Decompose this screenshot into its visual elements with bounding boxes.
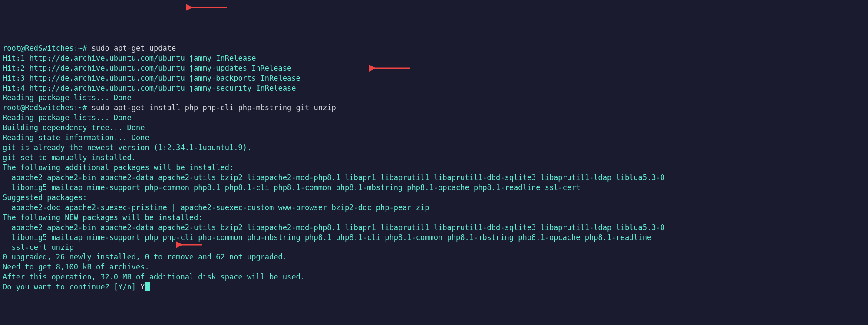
terminal-line: Hit:3 http://de.archive.ubuntu.com/ubunt… — [3, 73, 865, 83]
terminal-line: The following additional packages will b… — [3, 163, 865, 173]
user-input[interactable]: Y — [140, 282, 145, 291]
terminal-line: root@RedSwitches:~# sudo apt-get update — [3, 43, 865, 53]
shell-prompt: root@RedSwitches:~# — [3, 44, 87, 53]
terminal-line: apache2 apache2-bin apache2-data apache2… — [3, 173, 865, 183]
terminal-line: apache2 apache2-bin apache2-data apache2… — [3, 223, 865, 233]
terminal-line: ssl-cert unzip — [3, 243, 865, 253]
terminal-line: libonig5 mailcap mime-support php-common… — [3, 183, 865, 193]
terminal-line: git is already the newest version (1:2.3… — [3, 143, 865, 153]
terminal-line: Building dependency tree... Done — [3, 123, 865, 133]
shell-command: sudo apt-get install php php-cli php-mbs… — [87, 103, 336, 112]
terminal-output[interactable]: root@RedSwitches:~# sudo apt-get updateH… — [3, 43, 865, 292]
terminal-line: root@RedSwitches:~# sudo apt-get install… — [3, 103, 865, 113]
terminal-line: The following NEW packages will be insta… — [3, 213, 865, 223]
terminal-line: libonig5 mailcap mime-support php php-cl… — [3, 233, 865, 243]
terminal-line: Reading package lists... Done — [3, 93, 865, 103]
terminal-line: git set to manually installed. — [3, 153, 865, 163]
terminal-line: Reading package lists... Done — [3, 113, 865, 123]
terminal-line: Hit:1 http://de.archive.ubuntu.com/ubunt… — [3, 53, 865, 63]
terminal-line: Need to get 8,100 kB of archives. — [3, 262, 865, 272]
terminal-line: Hit:4 http://de.archive.ubuntu.com/ubunt… — [3, 83, 865, 93]
terminal-line: Suggested packages: — [3, 193, 865, 203]
shell-command: sudo apt-get update — [87, 44, 176, 53]
shell-prompt: root@RedSwitches:~# — [3, 103, 87, 112]
annotation-arrow — [186, 3, 228, 11]
terminal-line: 0 upgraded, 26 newly installed, 0 to rem… — [3, 252, 865, 262]
terminal-line: Hit:2 http://de.archive.ubuntu.com/ubunt… — [3, 63, 865, 73]
terminal-cursor — [145, 282, 150, 291]
terminal-line: Do you want to continue? [Y/n] Y — [3, 282, 865, 292]
terminal-line: Reading state information... Done — [3, 133, 865, 143]
prompt-question: Do you want to continue? [Y/n] — [3, 282, 140, 291]
terminal-line: After this operation, 32.0 MB of additio… — [3, 272, 865, 282]
terminal-line: apache2-doc apache2-suexec-pristine | ap… — [3, 203, 865, 213]
